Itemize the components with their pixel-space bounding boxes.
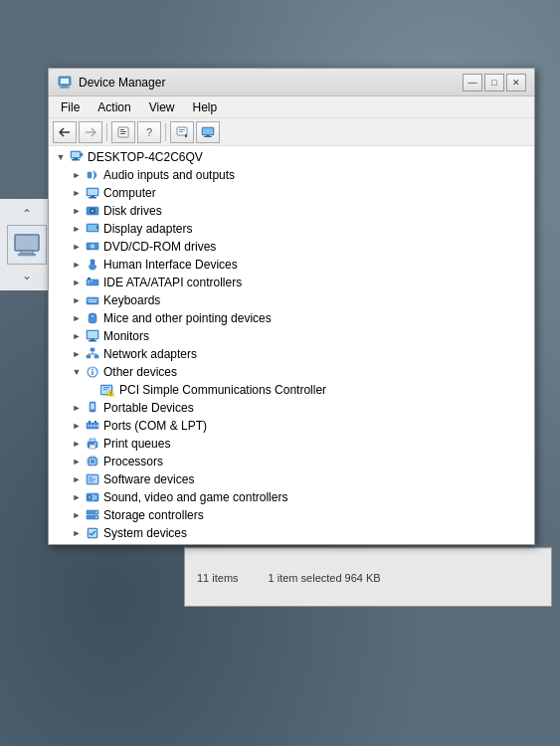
mouse-expander[interactable]: ► [69,309,85,327]
sound-expander[interactable]: ► [69,488,85,506]
tree-item-monitor[interactable]: ► Monitors [49,327,534,345]
window-icon [57,75,73,91]
minimize-button[interactable]: — [463,74,482,92]
keyboard-label: Keyboards [103,293,160,307]
svg-rect-83 [94,421,96,423]
svg-rect-85 [90,439,95,442]
menu-bar: File Action View Help [49,96,534,118]
processor-expander[interactable]: ► [69,453,85,470]
tree-item-hid[interactable]: ► Human Interface Devices [49,256,534,274]
hid-expander[interactable]: ► [69,256,85,274]
forward-button[interactable] [79,121,102,143]
chevron-down-icon[interactable]: ⌄ [4,269,50,282]
scan-button[interactable] [170,121,194,143]
menu-view[interactable]: View [141,98,183,116]
maximize-button[interactable]: □ [484,74,504,92]
system-expander[interactable]: ► [69,524,85,542]
pci-icon: ! [100,382,116,398]
tree-item-system[interactable]: ► System devices [49,524,534,542]
properties-button[interactable] [111,121,135,143]
audio-expander[interactable]: ► [69,166,85,184]
svg-point-78 [88,425,90,427]
network-expander[interactable]: ► [69,345,85,363]
svg-rect-54 [92,315,93,317]
svg-rect-24 [88,172,92,178]
svg-point-67 [92,369,93,371]
dvd-expander[interactable]: ► [69,238,85,256]
root-expander[interactable]: ▼ [53,148,69,166]
ide-icon [85,275,100,290]
tree-item-other[interactable]: ▼ Other devices [49,363,534,381]
disk-expander[interactable]: ► [69,202,85,220]
other-expander[interactable]: ▼ [69,363,85,381]
ide-expander[interactable]: ► [69,274,85,291]
display-expander[interactable]: ► [69,220,85,238]
svg-rect-2 [18,254,36,256]
device-tree[interactable]: ▼ DESKTOP-4C2C6QV [49,146,534,544]
tree-item-usb[interactable]: ► Universal Serial Bus controllers [49,542,534,544]
svg-rect-8 [120,129,124,130]
close-button[interactable]: ✕ [506,74,526,92]
svg-rect-21 [74,158,78,159]
portable-expander[interactable]: ► [69,399,85,417]
svg-rect-23 [81,153,83,156]
print-expander[interactable]: ► [69,435,85,453]
tree-item-disk[interactable]: ► Disk drives [49,202,534,220]
tree-item-print[interactable]: ► Print queues [49,435,534,453]
tree-item-keyboard[interactable]: ► Keyboards [49,291,534,309]
computer-label: Computer [103,186,156,200]
tree-item-sound[interactable]: ► Sound, video and game controllers [49,488,534,506]
mouse-label: Mice and other pointing devices [103,311,272,325]
svg-rect-20 [72,152,80,157]
chevron-up-icon[interactable]: ⌃ [4,207,50,221]
tree-item-audio[interactable]: ► Audio inputs and outputs [49,166,534,184]
tree-item-mouse[interactable]: ► Mice and other pointing devices [49,309,534,327]
storage-expander[interactable]: ► [69,506,85,524]
svg-rect-68 [92,371,93,375]
menu-help[interactable]: Help [185,98,226,116]
disk-label: Disk drives [103,204,162,218]
system-label: System devices [103,526,187,540]
svg-rect-38 [88,249,91,250]
display-button[interactable] [196,121,220,143]
help-button[interactable]: ? [137,121,161,143]
tree-item-portable[interactable]: ► Portable Devices [49,399,534,417]
tree-item-pci[interactable]: ! PCI Simple Communications Controller [49,381,534,399]
dvd-icon [85,239,100,255]
svg-rect-17 [206,135,210,136]
menu-action[interactable]: Action [90,98,138,116]
tree-item-computer[interactable]: ► Computer [49,184,534,202]
svg-rect-34 [96,226,98,229]
root-label: DESKTOP-4C2C6QV [88,150,203,164]
other-icon [85,364,100,380]
computer-expander[interactable]: ► [69,184,85,202]
storage-label: Storage controllers [103,508,204,522]
back-button[interactable] [53,121,77,143]
svg-rect-61 [94,355,98,358]
svg-rect-42 [88,278,91,280]
svg-rect-14 [185,134,187,137]
software-expander[interactable]: ► [69,470,85,488]
software-icon [85,471,100,487]
monitor-expander[interactable]: ► [69,327,85,345]
window-content: ▼ DESKTOP-4C2C6QV [49,146,534,544]
tree-item-network[interactable]: ► Network adapters [49,345,534,363]
usb-expander[interactable]: ► [69,542,85,544]
tree-item-software[interactable]: ► Software devices [49,470,534,488]
tree-root[interactable]: ▼ DESKTOP-4C2C6QV [49,148,534,166]
print-icon [85,436,100,452]
svg-rect-60 [87,355,91,358]
storage-icon [85,507,100,523]
menu-file[interactable]: File [53,98,88,116]
tree-item-ide[interactable]: ► IDE ATA/ATAPI controllers [49,274,534,291]
tree-item-storage[interactable]: ► Storage controllers [49,506,534,524]
keyboard-expander[interactable]: ► [69,291,85,309]
tree-item-display[interactable]: ► Display adapters [49,220,534,238]
svg-rect-16 [203,128,213,134]
tree-item-ports[interactable]: ► Ports (COM & LPT) [49,417,534,435]
tree-item-processor[interactable]: ► [49,453,534,470]
hid-icon [85,257,100,273]
monitor-label: Monitors [103,329,149,343]
ports-expander[interactable]: ► [69,417,85,435]
tree-item-dvd[interactable]: ► DVD/CD-ROM drives [49,238,534,256]
